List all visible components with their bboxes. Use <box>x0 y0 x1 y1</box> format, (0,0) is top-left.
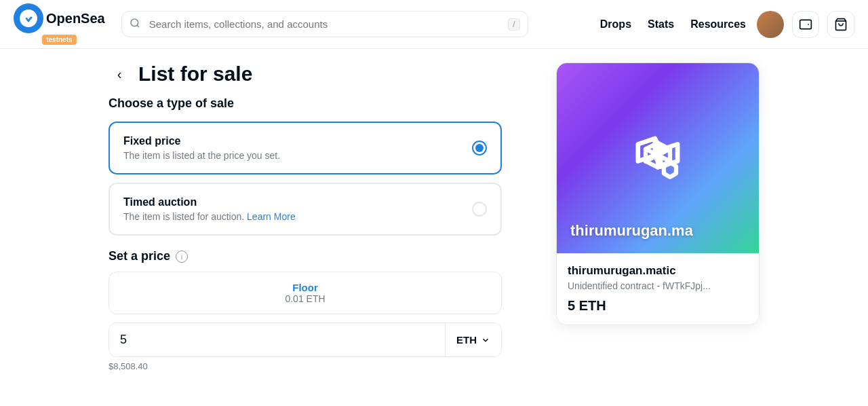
floor-value: 0.01 ETH <box>123 293 488 304</box>
fixed-price-title: Fixed price <box>123 135 280 147</box>
svg-line-1 <box>137 25 139 27</box>
nav-icons <box>757 11 854 38</box>
nft-info: thirumurugan.matic Unidentified contract… <box>557 253 759 325</box>
cart-icon-button[interactable] <box>827 11 854 38</box>
search-icon <box>130 18 140 31</box>
page-title: List for sale <box>138 62 252 86</box>
right-panel: thirumurugan.ma thirumurugan.matic Unide… <box>556 62 760 371</box>
nav-links: Drops Stats Resources <box>600 18 746 31</box>
timed-auction-option[interactable]: Timed auction The item is listed for auc… <box>108 183 502 236</box>
learn-more-link[interactable]: Learn More <box>247 211 296 222</box>
radio-dot-active <box>475 144 484 152</box>
fixed-price-desc: The item is listed at the price you set. <box>123 150 280 161</box>
chevron-down-icon <box>481 335 490 345</box>
user-avatar[interactable] <box>757 11 784 38</box>
set-price-label: Set a price <box>108 249 170 263</box>
testnet-badge: testnets <box>42 35 76 45</box>
nft-contract: Unidentified contract - fWTkFJpj... <box>568 280 748 291</box>
back-row: ‹ List for sale <box>108 62 502 86</box>
nft-card: thirumurugan.ma thirumurugan.matic Unide… <box>556 62 760 325</box>
logo-text: OpenSea <box>46 12 105 25</box>
logo-area: OpenSea testnets <box>14 3 105 45</box>
nft-price: 5 ETH <box>568 298 748 314</box>
nav-drops[interactable]: Drops <box>600 18 631 31</box>
wallet-icon-button[interactable] <box>792 11 819 38</box>
usd-value: $8,508.40 <box>108 361 502 371</box>
fixed-price-text: Fixed price The item is listed at the pr… <box>123 135 280 161</box>
timed-auction-text: Timed auction The item is listed for auc… <box>123 196 296 222</box>
polygon-logo-icon <box>624 128 692 183</box>
navbar: OpenSea testnets / Drops Stats Resources <box>0 0 868 49</box>
back-button[interactable]: ‹ <box>108 63 130 85</box>
timed-auction-desc: The item is listed for auction. Learn Mo… <box>123 211 296 222</box>
opensea-logo-icon[interactable] <box>14 3 43 33</box>
nft-image-title: thirumurugan.ma <box>570 222 693 240</box>
left-panel: ‹ List for sale Choose a type of sale Fi… <box>108 62 502 371</box>
floor-label: Floor <box>123 282 488 293</box>
currency-label: ETH <box>456 334 477 346</box>
main-content: ‹ List for sale Choose a type of sale Fi… <box>0 62 868 371</box>
search-bar: / <box>121 11 528 37</box>
nft-image: thirumurugan.ma <box>557 63 759 253</box>
nav-resources[interactable]: Resources <box>690 18 746 31</box>
price-input-row: ETH <box>108 322 502 357</box>
search-slash-indicator: / <box>508 18 519 31</box>
svg-point-0 <box>131 19 138 26</box>
nav-stats[interactable]: Stats <box>648 18 674 31</box>
currency-select[interactable]: ETH <box>445 323 501 356</box>
sale-type-label: Choose a type of sale <box>108 96 502 111</box>
nft-name: thirumurugan.matic <box>568 264 748 278</box>
search-input[interactable] <box>121 11 528 37</box>
fixed-price-option[interactable]: Fixed price The item is listed at the pr… <box>108 122 502 174</box>
price-info-icon[interactable]: i <box>176 251 188 263</box>
timed-auction-radio[interactable] <box>472 202 487 217</box>
set-price-section: Set a price i <box>108 249 502 263</box>
timed-auction-title: Timed auction <box>123 196 296 208</box>
floor-display: Floor 0.01 ETH <box>108 272 502 314</box>
price-input[interactable] <box>109 323 445 356</box>
fixed-price-radio[interactable] <box>472 141 487 155</box>
svg-rect-2 <box>800 20 812 29</box>
